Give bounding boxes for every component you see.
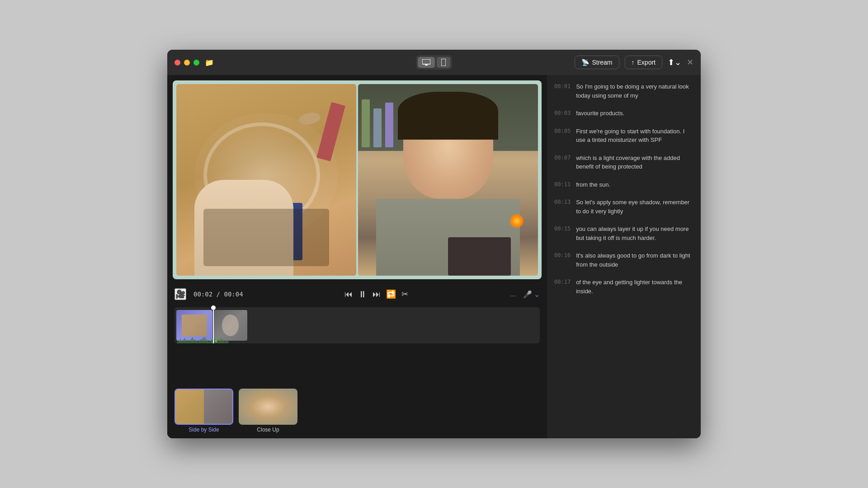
close-up-preset[interactable]: Close Up <box>239 389 297 433</box>
svg-rect-2 <box>441 59 446 66</box>
makeup-item-table <box>448 237 511 276</box>
preset-thumbnails: Side by Side Close Up <box>167 385 547 438</box>
stream-label: Stream <box>592 59 612 66</box>
transcript-time-6: 00:15 <box>554 225 571 242</box>
title-right: 📡 Stream ↑ Export ⬆︎⌄ ✕ <box>575 56 693 69</box>
mobile-view-button[interactable] <box>437 57 450 68</box>
close-up-label: Close Up <box>257 427 279 433</box>
skip-back-button[interactable]: ⏮ <box>344 290 353 299</box>
traffic-lights <box>175 60 199 66</box>
transcript-item-6: 00:15 you can always layer it up if you … <box>554 225 693 242</box>
transcript-time-3: 00:07 <box>554 154 571 171</box>
time-display: 00:02 / 00:04 <box>193 291 243 298</box>
transcript-item-7: 00:16 It's also always good to go from d… <box>554 251 693 269</box>
person-video-content <box>358 84 538 276</box>
transcript-item-5: 00:13 So let's apply some eye shadow, re… <box>554 198 693 216</box>
transcript-text-6: you can always layer it up if you need m… <box>576 225 693 242</box>
controls-bar: 🎥 00:02 / 00:04 ⏮ ⏸ ⏭ 🔁 ✂ ... 🎤 ⌄ <box>167 285 547 304</box>
maximize-traffic-light[interactable] <box>193 60 199 66</box>
total-time: 00:04 <box>224 291 243 298</box>
side-by-side-preset[interactable]: Side by Side <box>175 389 233 433</box>
transcript-text-5: So let's apply some eye shadow, remember… <box>576 198 693 216</box>
export-icon: ↑ <box>632 59 635 66</box>
hair-visual <box>398 92 499 140</box>
loop-button[interactable]: 🔁 <box>386 289 396 299</box>
svg-rect-0 <box>422 59 430 64</box>
preview-area: SIGMAWARM NEUTRALS <box>173 80 542 279</box>
playhead[interactable] <box>213 307 214 343</box>
transcript-text-0: So I'm going to be doing a very natural … <box>576 82 693 100</box>
transcript-text-4: from the sun. <box>576 180 610 189</box>
transcript-time-5: 00:13 <box>554 198 571 216</box>
transcript-time-0: 00:01 <box>554 82 571 100</box>
side-by-side-label: Side by Side <box>189 427 219 433</box>
transcript-item-3: 00:07 which is a light coverage with the… <box>554 154 693 171</box>
close-up-preview-image <box>239 389 297 425</box>
transcript-item-2: 00:05 First we're going to start with fo… <box>554 127 693 145</box>
export-button[interactable]: ↑ Export <box>625 56 662 69</box>
left-video-panel: SIGMAWARM NEUTRALS <box>176 84 356 276</box>
app-window: 📁 📡 Stream <box>167 50 701 438</box>
makeup-video-content: SIGMAWARM NEUTRALS <box>176 84 356 276</box>
lipstick-visual <box>316 102 345 161</box>
folder-icon[interactable]: 📁 <box>205 58 214 67</box>
close-up-preview-visual <box>239 389 297 425</box>
stream-button[interactable]: 📡 Stream <box>575 56 619 69</box>
pause-button[interactable]: ⏸ <box>358 289 367 300</box>
view-toggle <box>416 55 452 70</box>
playback-controls: ⏮ ⏸ ⏭ 🔁 ✂ <box>344 289 408 300</box>
skip-forward-button[interactable]: ⏭ <box>373 290 381 299</box>
microphone-button[interactable]: 🎤 ⌄ <box>523 290 540 299</box>
green-dot-indicator <box>215 340 217 343</box>
side-by-side-preview-image <box>175 389 233 425</box>
transcript-text-7: It's also always good to go from dark to… <box>576 251 693 269</box>
current-time: 00:02 <box>193 291 212 298</box>
main-content: SIGMAWARM NEUTRALS <box>167 75 701 438</box>
cut-button[interactable]: ✂ <box>401 289 408 299</box>
mic-chevron-icon: ⌄ <box>534 290 540 299</box>
camera-button[interactable]: 🎥 <box>175 288 186 300</box>
transcript-time-2: 00:05 <box>554 127 571 145</box>
transcript-time-1: 00:03 <box>554 109 571 118</box>
sbs-left-visual <box>175 389 204 424</box>
close-traffic-light[interactable] <box>175 60 180 66</box>
transcript-item-0: 00:01 So I'm going to be doing a very na… <box>554 82 693 100</box>
transcript-time-4: 00:11 <box>554 180 571 189</box>
side-panel: 00:01 So I'm going to be doing a very na… <box>547 75 701 438</box>
svg-rect-1 <box>425 65 428 66</box>
transcript-text-8: of the eye and getting lighter towards t… <box>576 278 693 296</box>
stream-icon: 📡 <box>581 59 589 66</box>
transcript-item-8: 00:17 of the eye and getting lighter tow… <box>554 278 693 296</box>
editor-panel: SIGMAWARM NEUTRALS <box>167 75 547 438</box>
bowl-visual <box>203 122 321 228</box>
monitor-view-button[interactable] <box>418 57 435 68</box>
more-options-button[interactable]: ... <box>510 290 516 298</box>
hand-visual <box>194 180 293 276</box>
export-label: Export <box>637 59 656 66</box>
time-separator: / <box>217 291 224 298</box>
sbs-preview-visual <box>175 389 232 424</box>
transcript-item-1: 00:03 favourite products. <box>554 109 693 118</box>
window-close-button[interactable]: ✕ <box>687 57 693 67</box>
share-button[interactable]: ⬆︎⌄ <box>668 57 681 67</box>
transcript-text-2: First we're going to start with foundati… <box>576 127 693 145</box>
brush-visual <box>298 111 321 126</box>
waveform <box>175 333 540 343</box>
transcript-text-1: favourite products. <box>576 109 624 118</box>
candle-light <box>510 214 524 228</box>
palette-visual: SIGMAWARM NEUTRALS <box>212 203 302 260</box>
sbs-right-visual <box>204 389 232 424</box>
transcript-item-4: 00:11 from the sun. <box>554 180 693 189</box>
transcript-time-8: 00:17 <box>554 278 571 296</box>
title-bar: 📁 📡 Stream <box>167 50 701 75</box>
title-center <box>416 55 452 70</box>
timeline-area <box>167 304 547 385</box>
transcript-text-3: which is a light coverage with the added… <box>576 154 693 171</box>
mic-icon: 🎤 <box>523 290 532 299</box>
minimize-traffic-light[interactable] <box>184 60 190 66</box>
transcript-time-7: 00:16 <box>554 251 571 269</box>
right-video-panel <box>358 84 538 276</box>
timeline-track[interactable] <box>175 307 540 343</box>
